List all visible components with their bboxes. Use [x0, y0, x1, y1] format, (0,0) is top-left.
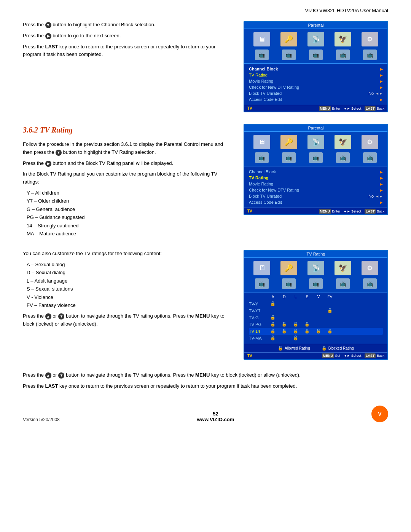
footer-back-2: LAST Back: [365, 209, 384, 213]
menu-access-code-2[interactable]: Access Code Edit ▶: [249, 199, 383, 205]
menu-access-code-1[interactable]: Access Code Edit ▶: [249, 96, 383, 102]
cells-tvy7: 🔓: [269, 308, 333, 313]
tv-screen-1: Parental 🖥 🔑 📡 🦅 ⚙ 📺 📺 📺 📺 📺 Channel Blo…: [244, 21, 388, 112]
menu-tv-rating-2[interactable]: TV Rating ▶: [249, 175, 383, 181]
menu-block-unrated-1[interactable]: Block TV Unrated No ◄►: [249, 90, 383, 96]
cell-tvy7-fv[interactable]: 🔓: [327, 308, 333, 313]
cell-tv14-l[interactable]: 🔓: [292, 329, 299, 334]
menu-movie-rating-2[interactable]: Movie Rating ▶: [249, 181, 383, 187]
cell-tvpg-s[interactable]: 🔓: [304, 322, 311, 327]
cell-tvpg-a[interactable]: 🔓: [269, 322, 276, 327]
tv-footer-right-2: MENU Enter ◄► Select LAST Back: [317, 209, 384, 213]
menu-arrow-tvr-2: ▶: [380, 176, 383, 180]
icons-row-bottom-1: 📺 📺 📺 📺 📺: [244, 48, 387, 64]
page-footer: Version 5/20/2008 52 www.VIZIO.com V: [23, 402, 388, 422]
screen-title-2: Parental: [244, 125, 387, 132]
right-arrow-2: ▶: [45, 161, 51, 167]
menu-dtv-rating-1[interactable]: Check for New DTV Rating ▶: [249, 84, 383, 90]
cell-tvy7-d: [281, 308, 288, 313]
icon-sm-3: 📺: [309, 50, 323, 60]
cell-tvma-v: [315, 335, 322, 341]
label-tvy7: TV-Y7: [249, 308, 268, 313]
rating-y: Y – All children: [27, 189, 232, 197]
menu-tv-rating-1[interactable]: TV Rating ▶: [249, 72, 383, 78]
cell-tv14-s[interactable]: 🔓: [304, 329, 311, 334]
row-tvma: TV-MA 🔓 🔓: [249, 335, 383, 342]
cell-tvg-d: [281, 315, 288, 320]
col-s: S: [304, 295, 311, 299]
label-tvg: TV-G: [249, 315, 268, 320]
cell-tv14-fv[interactable]: 🔓: [327, 329, 333, 334]
row-tvy7: TV-Y7 🔓: [249, 307, 383, 314]
icon-sm-3-1: 📺: [255, 278, 269, 289]
channel-block-text: Press the ▼ button to highlight the Chan…: [23, 21, 232, 112]
icons-row-top-3: 🖥 🔑 📡 🦅 ⚙: [244, 258, 387, 277]
last-key-para: Press the LAST key once to return to the…: [23, 382, 388, 390]
bottom-text: Press the ▲ or ▼ button to navigate thro…: [23, 371, 388, 390]
row-tvpg: TV-PG 🔓 🔓 🔓 🔓: [249, 321, 383, 328]
menu-label-movie-rating-1: Movie Rating: [249, 79, 273, 83]
lock-open-pgd: 🔓: [282, 322, 287, 327]
icon-satellite-2: 📡: [307, 135, 324, 149]
tv-rating-section: 3.6.2 TV Rating Follow the procedure in …: [23, 124, 388, 238]
col-v: V: [315, 295, 322, 299]
menu-channel-block-2[interactable]: Channel Block ▶: [249, 169, 383, 175]
cell-tvma-a[interactable]: 🔓: [269, 335, 276, 341]
cell-tvy-a[interactable]: 🔓: [269, 301, 276, 307]
icon-satellite-1: 📡: [307, 32, 324, 46]
tv-footer-left-2: TV: [247, 209, 252, 213]
cell-tv14-v[interactable]: 🔓: [315, 329, 322, 334]
menu-arrow-tv-rating-1: ▶: [380, 73, 383, 77]
cell-tvpg-d[interactable]: 🔓: [281, 322, 288, 327]
menu-movie-rating-1[interactable]: Movie Rating ▶: [249, 78, 383, 84]
cell-tvy7-v: [315, 308, 322, 313]
icon-sm-2-2: 📺: [282, 152, 296, 163]
menu-label-access-code-1: Access Code Edit: [249, 97, 282, 102]
lock-open-14fv: 🔓: [327, 329, 333, 334]
down-arrow-icon: ▼: [45, 22, 51, 28]
cells-tvg: 🔓: [269, 315, 333, 320]
menu-arrow-movie-rating-1: ▶: [380, 79, 383, 83]
cell-tv14-a[interactable]: 🔓: [269, 329, 276, 334]
vizio-logo: V: [371, 406, 388, 422]
block-unrated-value-2: No: [368, 194, 374, 198]
cell-tvg-fv: [327, 315, 333, 320]
tv-screen-3: TV Rating 🖥 🔑 📡 🦅 ⚙ 📺 📺 📺 📺 📺: [244, 250, 388, 360]
menu-arrow-dtv-2: ▶: [380, 188, 383, 192]
cell-tvg-a[interactable]: 🔓: [269, 315, 276, 320]
menu-arrow-dtv-1: ▶: [380, 85, 383, 89]
right-arrow-icon: ▶: [45, 33, 51, 39]
heading-text: 3.6.2 TV Rating: [23, 126, 73, 134]
menu-label-tv-rating-1: TV Rating: [249, 73, 268, 77]
menu-channel-block-1[interactable]: Channel Block ▶: [249, 66, 383, 72]
cell-tvy-d: [281, 301, 288, 307]
menu-arrow-cb-2: ▶: [380, 170, 383, 174]
cell-tvy7-a: [269, 308, 276, 313]
cell-tv14-d[interactable]: 🔓: [281, 329, 288, 334]
nav-para-full: Press the ▲ or ▼ button to navigate thro…: [23, 371, 388, 379]
icon-gear-2: ⚙: [362, 135, 378, 149]
page-header: VIZIO VW32L HDTV20A User Manual: [23, 8, 388, 13]
lock-open-pgl: 🔓: [293, 322, 298, 327]
menu-label-channel-block-2: Channel Block: [249, 169, 276, 174]
lock-open-pgs: 🔓: [304, 322, 310, 327]
cell-tvma-l[interactable]: 🔓: [292, 335, 299, 341]
tv-menu-2: Channel Block ▶ TV Rating ▶ Movie Rating…: [244, 166, 387, 208]
tv-footer-3: TV MENU Set ◄► Select LAST Back: [244, 352, 387, 359]
label-tv14: TV-14: [249, 329, 268, 334]
footer-back-1: LAST Back: [365, 107, 384, 110]
lock-open-icon-y7fv: 🔓: [327, 308, 333, 313]
row-tvg: TV-G 🔓: [249, 314, 383, 321]
cells-tvma: 🔓 🔓: [269, 335, 333, 341]
cells-tvy: 🔓: [269, 301, 333, 307]
cell-tvpg-v: [315, 322, 322, 327]
menu-dtv-rating-2[interactable]: Check for New DTV Rating ▶: [249, 187, 383, 193]
lock-open-14a: 🔓: [270, 329, 276, 334]
footer-select-1: ◄► Select: [344, 107, 362, 110]
menu-block-unrated-2[interactable]: Block TV Unrated No ◄►: [249, 193, 383, 199]
legend-blocked: 🔒 Blocked Rating: [322, 346, 354, 351]
cell-tvpg-l[interactable]: 🔓: [292, 322, 299, 327]
menu-label-dtv-2: Check for New DTV Rating: [249, 188, 299, 192]
menu-label-access-code-2: Access Code Edit: [249, 200, 282, 204]
footer-back-3: LAST Back: [365, 354, 384, 358]
